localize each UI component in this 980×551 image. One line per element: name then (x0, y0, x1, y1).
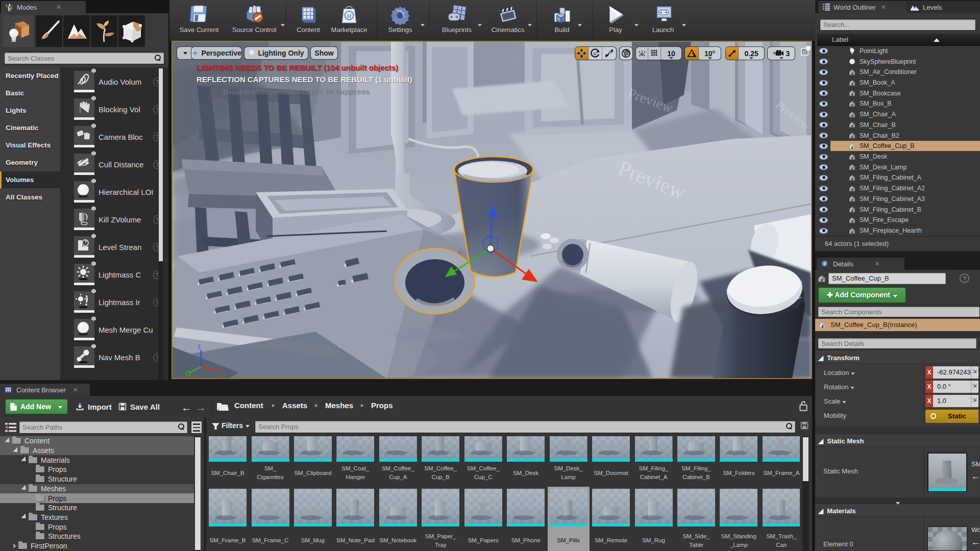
svg-text:z: z (198, 343, 201, 350)
svg-text:u: u (347, 12, 352, 19)
svg-text:X: X (218, 368, 223, 375)
